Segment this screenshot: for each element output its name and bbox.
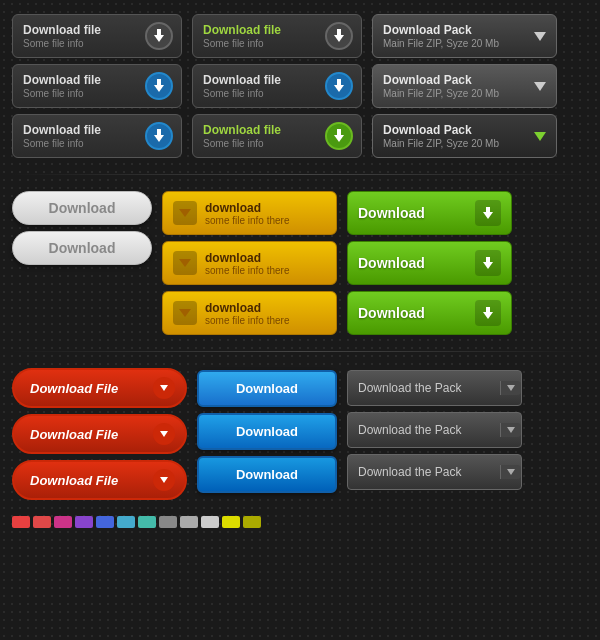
btn-title-2: Download file (23, 73, 101, 87)
gray-drop-btn-1[interactable]: Download the Pack (347, 370, 522, 406)
swatch-blue (96, 516, 114, 528)
btn-title-1: Download file (23, 23, 101, 37)
gray-drop-btn-2[interactable]: Download the Pack (347, 412, 522, 448)
download-file-btn-3[interactable]: Download file Some file info (12, 114, 182, 158)
btn-title-5: Download file (203, 73, 281, 87)
arrow-icon-5 (325, 72, 353, 100)
swatch-gray (159, 516, 177, 528)
btn-sub-6: Some file info (203, 138, 281, 149)
white-oval-btn-1[interactable]: Download (12, 191, 152, 225)
green-arrow-box-3 (475, 300, 501, 326)
btn-sub-3: Some file info (23, 138, 101, 149)
blue-btn-3[interactable]: Download (197, 456, 337, 493)
red-pill-btn-3[interactable]: Download File (12, 460, 187, 500)
download-file-btn-2[interactable]: Download file Some file info (12, 64, 182, 108)
btn-title-6: Download file (203, 123, 281, 137)
red-pill-btn-1[interactable]: Download File (12, 368, 187, 408)
download-pack-btn-3[interactable]: Download Pack Main File ZIP, Syze 20 Mb (372, 114, 557, 158)
btn-sub-4: Some file info (203, 38, 281, 49)
swatch-red (12, 516, 30, 528)
green-arrow-box-1 (475, 200, 501, 226)
pack-sub-3: Main File ZIP, Syze 20 Mb (383, 138, 499, 149)
gray-drop-arrow-3[interactable] (500, 465, 521, 479)
red-pill-arrow-1 (153, 377, 175, 399)
pack-sub-2: Main File ZIP, Syze 20 Mb (383, 88, 499, 99)
swatch-silver (180, 516, 198, 528)
swatch-cyan (117, 516, 135, 528)
swatch-yellow (222, 516, 240, 528)
red-pill-btn-2[interactable]: Download File (12, 414, 187, 454)
btn-sub-1: Some file info (23, 38, 101, 49)
pack-title-1: Download Pack (383, 23, 499, 37)
gray-drop-arrow-1[interactable] (500, 381, 521, 395)
pack-title-2: Download Pack (383, 73, 499, 87)
arrow-icon-4 (325, 22, 353, 50)
pack-title-3: Download Pack (383, 123, 499, 137)
blue-btn-1[interactable]: Download (197, 370, 337, 407)
btn-sub-2: Some file info (23, 88, 101, 99)
swatch-purple (75, 516, 93, 528)
arrow-icon-3 (145, 122, 173, 150)
green-btn-3[interactable]: Download (347, 291, 512, 335)
swatch-olive (243, 516, 261, 528)
arrow-icon-6 (325, 122, 353, 150)
download-pack-btn-2[interactable]: Download Pack Main File ZIP, Syze 20 Mb (372, 64, 557, 108)
download-file-btn-1[interactable]: Download file Some file info (12, 14, 182, 58)
green-btn-1[interactable]: Download (347, 191, 512, 235)
swatch-teal (138, 516, 156, 528)
gray-drop-btn-3[interactable]: Download the Pack (347, 454, 522, 490)
btn-title-4: Download file (203, 23, 281, 37)
pack-arrow-1 (534, 32, 546, 41)
yellow-chevron-1 (173, 201, 197, 225)
yellow-btn-3[interactable]: download some file info there (162, 291, 337, 335)
yellow-btn-2[interactable]: download some file info there (162, 241, 337, 285)
pack-sub-1: Main File ZIP, Syze 20 Mb (383, 38, 499, 49)
btn-sub-5: Some file info (203, 88, 281, 99)
green-btn-2[interactable]: Download (347, 241, 512, 285)
swatch-red2 (33, 516, 51, 528)
gray-drop-arrow-2[interactable] (500, 423, 521, 437)
download-file-btn-5[interactable]: Download file Some file info (192, 64, 362, 108)
blue-btn-2[interactable]: Download (197, 413, 337, 450)
white-oval-btn-2[interactable]: Download (12, 231, 152, 265)
yellow-chevron-2 (173, 251, 197, 275)
btn-title-3: Download file (23, 123, 101, 137)
swatch-lightgray (201, 516, 219, 528)
pack-arrow-3 (534, 132, 546, 141)
divider-2 (12, 351, 588, 352)
green-arrow-box-2 (475, 250, 501, 276)
swatch-pink (54, 516, 72, 528)
red-pill-arrow-3 (153, 469, 175, 491)
yellow-chevron-3 (173, 301, 197, 325)
pack-arrow-2 (534, 82, 546, 91)
arrow-icon-1 (145, 22, 173, 50)
download-pack-btn-1[interactable]: Download Pack Main File ZIP, Syze 20 Mb (372, 14, 557, 58)
download-file-btn-4[interactable]: Download file Some file info (192, 14, 362, 58)
download-file-btn-6[interactable]: Download file Some file info (192, 114, 362, 158)
red-pill-arrow-2 (153, 423, 175, 445)
yellow-btn-1[interactable]: download some file info there (162, 191, 337, 235)
divider-1 (12, 174, 588, 175)
color-swatches (12, 516, 588, 528)
arrow-icon-2 (145, 72, 173, 100)
